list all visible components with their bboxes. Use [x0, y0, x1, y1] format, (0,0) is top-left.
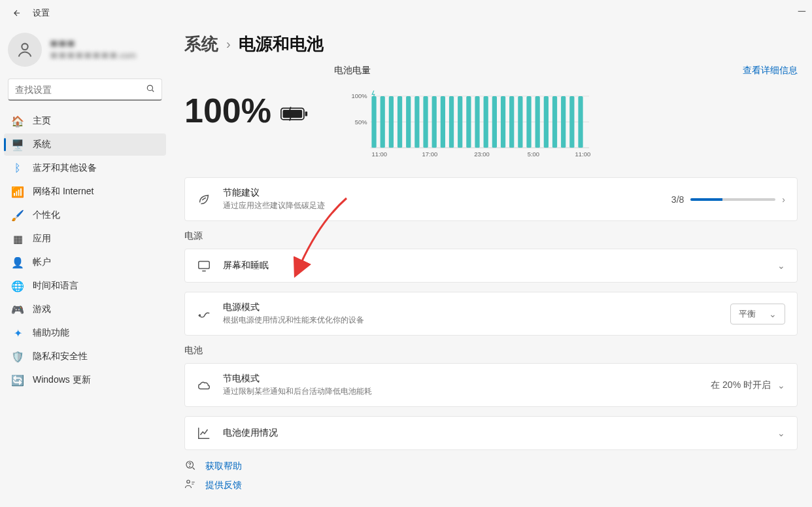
chart-title: 电池电量 [334, 65, 371, 77]
svg-rect-26 [526, 96, 531, 148]
battery-level-chart: 100% 50% 11:00 17:00 23:00 5:00 11:00 [334, 80, 609, 159]
sidebar-item-accessibility[interactable]: ✦辅助功能 [4, 322, 166, 344]
energy-ratio: 3/8 [671, 194, 684, 205]
svg-rect-8 [371, 96, 376, 148]
help-icon [184, 459, 196, 473]
sidebar-item-label: 系统 [33, 139, 51, 150]
energy-recommendations-card[interactable]: 节能建议 通过应用这些建议降低碳足迹 3/8 › [184, 177, 798, 221]
sidebar-item-label: 时间和语言 [33, 280, 78, 292]
battery-saver-card[interactable]: 节电模式 通过限制某些通知和后台活动降低电池能耗 在 20% 时开启 ⌄ [184, 363, 798, 407]
update-icon: 🔄 [12, 374, 24, 386]
accounts-icon: 👤 [12, 256, 24, 268]
screen-sleep-card[interactable]: 屏幕和睡眠 ⌄ [184, 249, 798, 283]
x-tick: 11:00 [575, 150, 591, 158]
x-tick: 5:00 [528, 150, 539, 158]
section-battery-label: 电池 [184, 345, 798, 357]
card-title: 屏幕和睡眠 [223, 260, 766, 271]
card-subtitle: 通过应用这些建议降低碳足迹 [223, 200, 660, 211]
chevron-down-icon: ⌄ [777, 260, 785, 271]
bluetooth-icon: ᛒ [12, 162, 24, 174]
user-email: 〓〓〓〓〓〓〓〓.com [50, 50, 136, 61]
gaming-icon: 🎮 [12, 304, 24, 315]
app-title: 设置 [33, 7, 50, 19]
svg-rect-30 [561, 96, 566, 148]
chevron-down-icon: ⌄ [769, 309, 777, 319]
sidebar-item-label: 隐私和安全性 [33, 351, 88, 362]
battery-icon [280, 91, 308, 130]
search-input[interactable] [15, 84, 146, 95]
leaf-icon [197, 192, 211, 207]
sidebar-item-time[interactable]: 🌐时间和语言 [4, 275, 166, 297]
svg-rect-19 [466, 96, 471, 148]
breadcrumb-parent[interactable]: 系统 [184, 33, 218, 56]
sidebar-item-bluetooth[interactable]: ᛒ蓝牙和其他设备 [4, 157, 166, 179]
sidebar-item-apps[interactable]: ▦应用 [4, 228, 166, 250]
svg-rect-29 [552, 96, 557, 148]
breadcrumb: 系统 › 电源和电池 [184, 33, 798, 56]
sidebar-item-system[interactable]: 🖥️系统 [4, 133, 166, 156]
sidebar-item-label: 个性化 [33, 209, 60, 221]
card-title: 节电模式 [223, 373, 699, 385]
svg-point-0 [22, 44, 27, 50]
x-tick: 17:00 [422, 150, 438, 158]
sidebar-item-gaming[interactable]: 🎮游戏 [4, 298, 166, 321]
energy-progress [690, 198, 775, 201]
battery-usage-card[interactable]: 电池使用情况 ⌄ [184, 416, 798, 450]
back-button[interactable] [8, 4, 26, 22]
time-icon: 🌐 [12, 280, 24, 292]
svg-rect-17 [449, 96, 454, 148]
search-icon [146, 84, 155, 96]
svg-rect-14 [423, 96, 428, 148]
feedback-link[interactable]: 提供反馈 [205, 480, 242, 491]
sidebar-item-accounts[interactable]: 👤帐户 [4, 251, 166, 273]
power-mode-icon [197, 307, 211, 321]
sidebar-item-home[interactable]: 🏠主页 [4, 110, 166, 132]
personalize-icon: 🖌️ [12, 209, 24, 221]
power-mode-card[interactable]: 电源模式 根据电源使用情况和性能来优化你的设备 平衡 ⌄ [184, 292, 798, 336]
svg-rect-9 [381, 96, 385, 148]
svg-rect-33 [199, 262, 210, 269]
minimize-button[interactable]: ─ [798, 5, 805, 17]
power-mode-select[interactable]: 平衡 ⌄ [730, 304, 785, 324]
section-power-label: 电源 [184, 230, 798, 242]
card-title: 电池使用情况 [223, 427, 766, 439]
get-help-link[interactable]: 获取帮助 [205, 461, 242, 472]
chart-line-icon [197, 426, 211, 440]
sidebar-item-privacy[interactable]: 🛡️隐私和安全性 [4, 345, 166, 368]
screen-sleep-icon [197, 258, 211, 273]
svg-rect-28 [544, 96, 549, 148]
battery-saver-icon [197, 378, 211, 393]
sidebar-item-label: Windows 更新 [33, 374, 91, 386]
svg-point-34 [199, 314, 201, 315]
feedback-icon [184, 478, 196, 492]
sidebar-item-personalize[interactable]: 🖌️个性化 [4, 204, 166, 226]
accessibility-icon: ✦ [12, 327, 24, 339]
svg-rect-24 [509, 96, 514, 148]
card-subtitle: 通过限制某些通知和后台活动降低电池能耗 [223, 386, 699, 397]
svg-rect-10 [389, 96, 394, 148]
sidebar-item-label: 辅助功能 [33, 327, 69, 339]
wifi-icon: 📶 [12, 186, 24, 198]
svg-rect-23 [501, 96, 505, 148]
svg-rect-22 [492, 96, 497, 148]
home-icon: 🏠 [12, 115, 24, 127]
svg-rect-21 [484, 96, 488, 148]
card-subtitle: 根据电源使用情况和性能来优化你的设备 [223, 315, 719, 326]
chevron-right-icon: › [782, 194, 785, 205]
svg-point-37 [187, 480, 190, 483]
apps-icon: ▦ [12, 233, 24, 245]
chevron-down-icon: ⌄ [777, 428, 785, 438]
power-mode-value: 平衡 [739, 308, 756, 320]
svg-rect-13 [414, 96, 419, 148]
svg-rect-18 [458, 96, 462, 148]
search-input-wrap[interactable] [8, 79, 162, 101]
sidebar-item-label: 帐户 [33, 256, 51, 268]
chart-details-link[interactable]: 查看详细信息 [743, 65, 798, 77]
sidebar-item-update[interactable]: 🔄Windows 更新 [4, 369, 166, 391]
user-profile[interactable]: 〓〓〓 〓〓〓〓〓〓〓〓.com [4, 26, 166, 79]
sidebar-item-network[interactable]: 📶网络和 Internet [4, 181, 166, 203]
system-icon: 🖥️ [12, 139, 24, 150]
svg-rect-31 [569, 96, 574, 148]
card-title: 电源模式 [223, 302, 719, 313]
sidebar-item-label: 网络和 Internet [33, 186, 93, 198]
